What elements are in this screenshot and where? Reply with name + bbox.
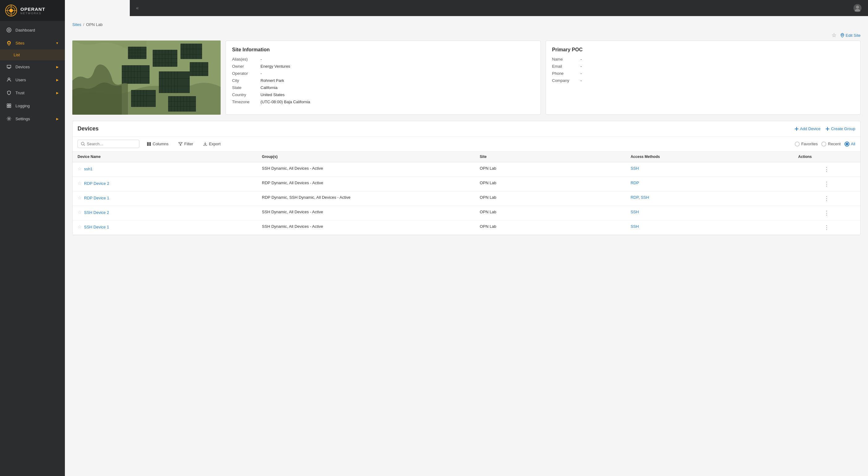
- sidebar-item-users[interactable]: Users ▶: [0, 73, 65, 86]
- device-more-menu[interactable]: ⋮: [824, 181, 830, 187]
- access-method-link[interactable]: RDP: [631, 195, 639, 200]
- logging-icon: [6, 103, 12, 109]
- poc-info-row: Phone-: [552, 71, 855, 76]
- device-favorite-star[interactable]: ☆: [78, 224, 82, 230]
- info-label: State: [232, 85, 257, 90]
- table-row: ☆ RDP Device 1 RDP Dynamic, SSH Dynamic,…: [73, 191, 860, 206]
- device-more-menu[interactable]: ⋮: [824, 166, 830, 173]
- info-label: Alias(es): [232, 57, 257, 61]
- device-access-cell: SSH: [626, 206, 793, 220]
- devices-title: Devices: [78, 125, 99, 132]
- create-group-icon: [825, 127, 830, 131]
- device-actions-cell: ⋮: [793, 191, 860, 206]
- filter-favorites[interactable]: Favorites: [795, 142, 818, 147]
- filter-recent[interactable]: Recent: [822, 142, 840, 147]
- main-content: Sites / OPN Lab ☆ Edit Site: [65, 0, 868, 476]
- create-group-button[interactable]: Create Group: [825, 126, 855, 131]
- access-method-link[interactable]: SSH: [631, 224, 639, 229]
- device-name-link[interactable]: ssh1: [84, 167, 92, 171]
- sidebar-item-list[interactable]: List: [0, 50, 65, 60]
- primary-poc-card: Primary POC Name-Email-Phone-Company-: [546, 40, 861, 115]
- access-method-link[interactable]: RDP: [631, 180, 639, 185]
- svg-rect-62: [174, 71, 175, 93]
- search-icon: [81, 142, 85, 146]
- access-method-link[interactable]: SSH: [631, 166, 639, 171]
- svg-rect-53: [137, 65, 137, 84]
- dashboard-icon: [6, 27, 12, 33]
- devices-table: Device Name Group(s) Site Access Methods…: [73, 151, 860, 235]
- svg-rect-89: [168, 101, 196, 102]
- svg-rect-80: [131, 101, 156, 101]
- svg-rect-44: [193, 43, 193, 59]
- svg-rect-42: [187, 43, 187, 59]
- sidebar-item-devices[interactable]: Devices ▶: [0, 60, 65, 73]
- svg-rect-27: [128, 50, 147, 50]
- device-actions-cell: ⋮: [793, 162, 860, 177]
- user-avatar-icon[interactable]: [853, 4, 862, 12]
- edit-site-button[interactable]: Edit Site: [840, 33, 861, 38]
- device-actions-cell: ⋮: [793, 177, 860, 191]
- svg-rect-82: [171, 96, 172, 112]
- svg-point-7: [8, 42, 10, 44]
- device-name-link[interactable]: RDP Device 1: [84, 196, 109, 200]
- device-favorite-star[interactable]: ☆: [78, 195, 82, 201]
- svg-point-5: [8, 29, 10, 31]
- columns-icon: [147, 142, 151, 146]
- device-name-link[interactable]: SSH Device 2: [84, 210, 109, 215]
- collapse-button[interactable]: «: [136, 5, 139, 11]
- site-info-card: Site Information Alias(es)-OwnerEnergy V…: [225, 40, 541, 115]
- device-favorite-star[interactable]: ☆: [78, 180, 82, 186]
- info-label: Country: [232, 92, 257, 97]
- svg-rect-98: [149, 142, 150, 146]
- access-method-link[interactable]: SSH: [631, 210, 639, 214]
- filter-all-radio[interactable]: [844, 142, 849, 147]
- search-box[interactable]: [78, 140, 140, 148]
- devices-header-actions: Add Device Create Group: [795, 126, 855, 131]
- poc-title: Primary POC: [552, 47, 855, 53]
- info-value: Rohnert Park: [260, 78, 284, 83]
- device-more-menu[interactable]: ⋮: [824, 225, 830, 231]
- filter-button[interactable]: Filter: [176, 140, 195, 148]
- poc-value: -: [581, 71, 582, 76]
- svg-rect-61: [171, 71, 172, 93]
- filter-recent-radio[interactable]: [822, 142, 826, 147]
- favorite-button[interactable]: ☆: [832, 32, 836, 39]
- svg-rect-92: [795, 128, 799, 129]
- columns-button[interactable]: Columns: [144, 140, 171, 148]
- site-info-title: Site Information: [232, 47, 534, 53]
- sidebar: OPERANT NETWORKS Dashboard Sites ▼ List …: [0, 0, 65, 476]
- filter-favorites-radio[interactable]: [795, 142, 800, 147]
- svg-rect-81: [168, 96, 196, 112]
- device-name-link[interactable]: RDP Device 2: [84, 181, 109, 186]
- svg-point-15: [856, 6, 859, 9]
- top-section: Site Information Alias(es)-OwnerEnergy V…: [72, 40, 861, 115]
- device-name-link[interactable]: SSH Device 1: [84, 225, 109, 229]
- trust-arrow: ▶: [56, 91, 59, 95]
- svg-rect-84: [177, 96, 178, 112]
- device-more-menu[interactable]: ⋮: [824, 195, 830, 202]
- svg-rect-9: [7, 104, 9, 106]
- sidebar-item-settings[interactable]: Settings ▶: [0, 112, 65, 125]
- search-input[interactable]: [87, 142, 130, 146]
- access-method-link[interactable]: SSH: [641, 195, 649, 200]
- device-site-cell: OPN Lab: [475, 191, 626, 206]
- device-site-cell: OPN Lab: [475, 162, 626, 177]
- svg-rect-47: [181, 54, 202, 54]
- export-button[interactable]: Export: [200, 140, 223, 148]
- svg-rect-90: [168, 106, 196, 107]
- device-favorite-star[interactable]: ☆: [78, 166, 82, 172]
- logging-label: Logging: [16, 103, 30, 108]
- sidebar-item-sites[interactable]: Sites ▼: [0, 36, 65, 50]
- sidebar-item-logging[interactable]: Logging: [0, 99, 65, 112]
- breadcrumb-sites[interactable]: Sites: [72, 22, 81, 27]
- add-device-button[interactable]: Add Device: [795, 126, 820, 131]
- poc-value: -: [581, 57, 582, 61]
- site-map-image: [72, 40, 221, 115]
- site-info-row: CountryUnited States: [232, 92, 534, 97]
- filter-all[interactable]: All: [844, 142, 855, 147]
- sidebar-item-dashboard[interactable]: Dashboard: [0, 24, 65, 36]
- sidebar-item-trust[interactable]: Trust ▶: [0, 86, 65, 99]
- device-more-menu[interactable]: ⋮: [824, 210, 830, 216]
- device-favorite-star[interactable]: ☆: [78, 210, 82, 215]
- site-image: [72, 40, 221, 115]
